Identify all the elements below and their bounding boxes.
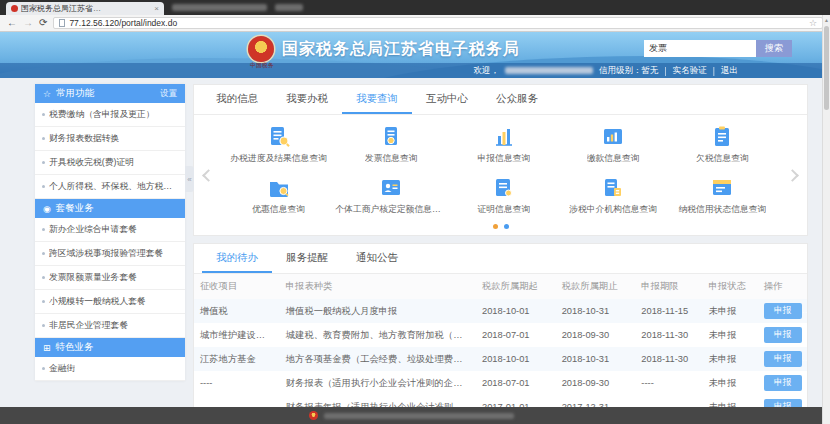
quick-query-card: 我的信息 我要办税 我要查询 互动中心 公众服务 bbox=[193, 84, 808, 236]
tab-notice[interactable]: 通知公告 bbox=[342, 244, 412, 273]
browser-tab[interactable]: 国家税务总局江苏省… × bbox=[6, 2, 164, 15]
page-footer bbox=[0, 407, 822, 424]
sidebar-item-financial-street[interactable]: 金融街 bbox=[35, 357, 185, 381]
forward-icon[interactable]: → bbox=[23, 18, 33, 28]
quick-item-label: 发票信息查询 bbox=[365, 153, 418, 165]
carousel-dot-active[interactable] bbox=[493, 224, 498, 229]
todo-table: 征收项目 申报表种类 税款所属期起 税款所属期止 申报期限 申报状态 操作 增值… bbox=[194, 274, 807, 424]
sidebar-item-tax-certificate[interactable]: 开具税收完税(费)证明 bbox=[35, 151, 185, 175]
quick-query-carousel: 办税进度及结果信息查询 发票信息查询 bbox=[194, 115, 807, 235]
bullet-icon bbox=[42, 137, 45, 140]
logout-link[interactable]: 退出 bbox=[721, 65, 738, 77]
quick-item-tax-progress[interactable]: 办税进度及结果信息查询 bbox=[224, 120, 333, 169]
redacted-footer-text bbox=[324, 413, 514, 419]
declare-button[interactable]: 申报 bbox=[764, 327, 802, 343]
tab-my-info[interactable]: 我的信息 bbox=[202, 85, 272, 114]
bullet-icon bbox=[42, 113, 45, 116]
quick-item-label: 缴款信息查询 bbox=[587, 153, 640, 165]
sidebar-item-nonresident-enterprise-package[interactable]: 非居民企业管理套餐 bbox=[35, 314, 185, 338]
payment-chart-icon bbox=[600, 124, 626, 150]
table-row: ---- 财务报表（适用执行小企业会计准则的企业） 2018-07-01 201… bbox=[194, 371, 807, 395]
cell-tax-item: 城市维护建设税、教育… bbox=[194, 323, 280, 347]
redacted-tab-text bbox=[172, 4, 267, 11]
quick-item-invoice-info[interactable]: 发票信息查询 bbox=[333, 120, 449, 169]
sidebar-item-taxpayer-upgrade-package[interactable]: 小规模转一般纳税人套餐 bbox=[35, 290, 185, 314]
sidebar-item-label: 财务报表数据转换 bbox=[49, 133, 119, 145]
welcome-prefix: 欢迎， bbox=[474, 65, 500, 77]
quick-item-declaration-info[interactable]: 申报信息查询 bbox=[449, 120, 558, 169]
col-header: 申报状态 bbox=[703, 274, 758, 299]
carousel-prev-icon[interactable] bbox=[202, 169, 215, 182]
settings-link[interactable]: 设置 bbox=[160, 88, 177, 100]
quick-item-label: 欠税信息查询 bbox=[696, 153, 749, 165]
quick-item-label: 申报信息查询 bbox=[477, 153, 530, 165]
tab-title: 国家税务总局江苏省… bbox=[21, 3, 151, 14]
bar-chart-icon bbox=[491, 124, 517, 150]
sidebar-section-package-business: ◉ 套餐业务 bbox=[35, 199, 185, 218]
sidebar-item-personal-income-tax[interactable]: 个人所得税、环保税、地方税及社保… bbox=[35, 175, 185, 199]
sidebar-collapse-handle[interactable]: « bbox=[185, 166, 194, 192]
sidebar-item-label: 个人所得税、环保税、地方税及社保… bbox=[49, 181, 178, 193]
quick-item-certificate-info[interactable]: 证明信息查询 bbox=[449, 171, 558, 220]
declare-button[interactable]: 申报 bbox=[764, 375, 802, 391]
bullet-icon bbox=[42, 252, 45, 255]
sidebar-item-new-enterprise-package[interactable]: 新办企业综合申请套餐 bbox=[35, 218, 185, 242]
sidebar-item-label: 税费缴纳（含申报及更正） bbox=[49, 109, 155, 121]
quick-item-tax-arrears[interactable]: 欠税信息查询 bbox=[668, 120, 777, 169]
scroll-up-icon[interactable]: ▲ bbox=[823, 15, 830, 25]
back-icon[interactable]: ← bbox=[7, 18, 17, 28]
url-omnibox[interactable]: 77.12.56.120/portal/index.do ☆ bbox=[53, 17, 823, 29]
scrollbar-thumb[interactable] bbox=[824, 26, 829, 110]
carousel-next-icon[interactable] bbox=[786, 169, 799, 182]
tab-favicon-icon bbox=[11, 5, 18, 12]
bullet-icon bbox=[42, 324, 45, 327]
sidebar-item-tax-payment[interactable]: 税费缴纳（含申报及更正） bbox=[35, 103, 185, 127]
quick-item-preferential-info[interactable]: 优惠信息查询 bbox=[224, 171, 333, 220]
declare-button[interactable]: 申报 bbox=[764, 303, 802, 319]
table-row: 城市维护建设税、教育… 城建税、教育费附加、地方教育附加税（费）申报表 2018… bbox=[194, 323, 807, 347]
credit-level: 信用级别：暂无 bbox=[599, 65, 659, 77]
search-button[interactable]: 搜索 bbox=[756, 40, 792, 57]
cell-status: 未申报 bbox=[703, 323, 758, 347]
sidebar-item-label: 发票限额票量业务套餐 bbox=[49, 272, 137, 284]
cell-form-type: 地方各项基金费（工会经费、垃圾处理费）申报表 bbox=[280, 347, 476, 371]
quick-item-payment-info[interactable]: 缴款信息查询 bbox=[559, 120, 668, 169]
main-nav-tabs: 我的信息 我要办税 我要查询 互动中心 公众服务 bbox=[194, 85, 807, 115]
quick-item-label: 优惠信息查询 bbox=[252, 204, 305, 216]
declare-button[interactable]: 申报 bbox=[764, 351, 802, 367]
sidebar-item-financial-report-conversion[interactable]: 财务报表数据转换 bbox=[35, 127, 185, 151]
tab-query[interactable]: 我要查询 bbox=[342, 85, 412, 114]
todo-tabs: 我的待办 服务提醒 通知公告 bbox=[194, 244, 807, 274]
search-input[interactable] bbox=[644, 40, 756, 57]
sidebar-item-cross-region-package[interactable]: 跨区域涉税事项报验管理套餐 bbox=[35, 242, 185, 266]
bookmark-star-icon[interactable]: ☆ bbox=[809, 18, 817, 28]
refresh-icon[interactable]: ⟳ bbox=[39, 18, 47, 28]
cell-period-end: 2018-10-31 bbox=[556, 299, 636, 323]
quick-item-individual-quota[interactable]: 个体工商户核定定额信息查询 bbox=[333, 171, 449, 220]
tab-my-todo[interactable]: 我的待办 bbox=[202, 244, 272, 273]
bullet-icon bbox=[42, 300, 45, 303]
cell-period-start: 2018-07-01 bbox=[476, 371, 556, 395]
folder-search-icon bbox=[266, 175, 292, 201]
tab-public-service[interactable]: 公众服务 bbox=[482, 85, 552, 114]
bullet-icon bbox=[42, 161, 45, 164]
quick-item-credit-status[interactable]: 纳税信用状态信息查询 bbox=[668, 171, 777, 220]
tab-interaction-center[interactable]: 互动中心 bbox=[412, 85, 482, 114]
tab-close-icon[interactable]: × bbox=[154, 5, 159, 13]
cell-period-end: 2018-09-30 bbox=[556, 371, 636, 395]
quick-item-tax-agency[interactable]: 涉税中介机构信息查询 bbox=[559, 171, 668, 220]
sidebar-item-invoice-quota-package[interactable]: 发票限额票量业务套餐 bbox=[35, 266, 185, 290]
vertical-scrollbar[interactable]: ▲ bbox=[822, 15, 830, 424]
real-name-verify-link[interactable]: 实名验证 bbox=[673, 65, 707, 77]
agency-doc-icon bbox=[600, 175, 626, 201]
cell-form-type: 城建税、教育费附加、地方教育附加税（费）申报表 bbox=[280, 323, 476, 347]
cell-status: 未申报 bbox=[703, 347, 758, 371]
site-brand: 中国税务 国家税务总局江苏省电子税务局 bbox=[248, 36, 520, 62]
cell-tax-item: 江苏地方基金 bbox=[194, 347, 280, 371]
tab-tax-handling[interactable]: 我要办税 bbox=[272, 85, 342, 114]
tab-service-reminder[interactable]: 服务提醒 bbox=[272, 244, 342, 273]
tax-emblem-icon: 中国税务 bbox=[248, 36, 274, 62]
quick-query-grid: 办税进度及结果信息查询 发票信息查询 bbox=[224, 120, 777, 220]
carousel-dot[interactable] bbox=[504, 224, 509, 229]
site-title: 国家税务总局江苏省电子税务局 bbox=[282, 39, 520, 60]
